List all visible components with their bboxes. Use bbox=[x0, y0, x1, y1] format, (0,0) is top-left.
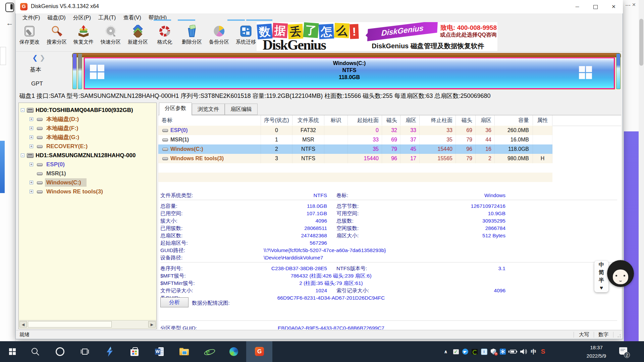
table-row-msr[interactable]: MSR(1) 1 MSR 33 69 37 35 79 44 16.0MB bbox=[158, 135, 552, 144]
tree-item-local-g[interactable]: + 本地磁盘(G:) bbox=[19, 133, 156, 142]
tray-volume-icon[interactable] bbox=[519, 348, 528, 356]
expand-icon[interactable]: + bbox=[30, 135, 33, 139]
tree-item-esp[interactable]: + ESP(0) bbox=[19, 160, 156, 169]
cortana-button[interactable] bbox=[48, 341, 72, 362]
taskbar-app-ie[interactable]: e bbox=[197, 341, 221, 362]
ad-qq-link[interactable]: 或点击此处选择QQ咨询 bbox=[434, 32, 497, 39]
back-arrow-icon[interactable]: ← bbox=[6, 19, 13, 27]
tab-partition-params[interactable]: 分区参数 bbox=[159, 103, 192, 115]
search-partition-button[interactable]: 搜索分区 bbox=[43, 25, 70, 45]
new-partition-button[interactable]: 新建分区 bbox=[124, 25, 152, 45]
save-changes-button[interactable]: 保存更改 bbox=[16, 25, 43, 45]
taskbar-app-word[interactable]: W bbox=[147, 341, 172, 362]
tray-nvidia-icon[interactable] bbox=[471, 348, 478, 356]
tray-snowflake-icon[interactable] bbox=[499, 348, 506, 356]
expand-icon[interactable]: + bbox=[30, 163, 33, 166]
ime-simplified-toggle[interactable]: 简 bbox=[594, 268, 608, 276]
background-close-icon[interactable]: ✕ bbox=[632, 2, 636, 7]
expand-icon[interactable]: + bbox=[30, 190, 33, 193]
tray-ime-indicator[interactable]: 中 bbox=[530, 348, 537, 356]
tree-item-recovery-e[interactable]: + RECOVERY(E:) bbox=[19, 142, 156, 151]
taskbar-app-flash[interactable] bbox=[97, 341, 122, 362]
collapse-icon[interactable]: - bbox=[21, 154, 24, 157]
menu-file[interactable]: 文件(F) bbox=[19, 14, 44, 21]
ime-width-toggle[interactable]: 半 bbox=[594, 276, 608, 284]
system-migration-button[interactable]: 系统迁移 bbox=[232, 25, 260, 45]
col-header-volume[interactable]: 卷标 bbox=[158, 115, 261, 125]
expand-icon[interactable]: + bbox=[30, 126, 33, 130]
disk-next-arrow-icon[interactable]: ❯ bbox=[40, 54, 45, 62]
tree-item-msr[interactable]: MSR(1) bbox=[19, 169, 156, 178]
tray-feishu-icon[interactable] bbox=[462, 348, 469, 356]
delete-partition-button[interactable]: 删除分区 bbox=[178, 25, 206, 45]
col-header-end-sector[interactable]: 扇区 bbox=[476, 115, 495, 125]
task-view-button[interactable] bbox=[72, 341, 97, 362]
col-header-start-sector[interactable]: 扇区 bbox=[400, 115, 420, 125]
expand-icon[interactable]: + bbox=[30, 117, 33, 121]
backup-partition-button[interactable]: 备份分区 bbox=[205, 25, 233, 45]
menu-disk[interactable]: 磁盘(D) bbox=[44, 14, 69, 21]
analyze-button[interactable]: 分析 bbox=[160, 297, 189, 307]
more-menu-icon[interactable]: ⋯ bbox=[625, 2, 631, 8]
resize-grip[interactable] bbox=[618, 334, 621, 338]
table-row-windows-re[interactable]: Windows RE tools(3) 3 NTFS 15440 96 17 1… bbox=[158, 154, 552, 163]
col-header-flag[interactable]: 标识 bbox=[324, 115, 348, 125]
tree-item-windows-c[interactable]: + Windows(C:) bbox=[19, 178, 156, 187]
ime-skin-avatar[interactable] bbox=[607, 260, 634, 287]
expand-icon[interactable]: + bbox=[30, 144, 33, 148]
col-header-filesystem[interactable]: 文件系统 bbox=[292, 115, 324, 125]
format-button[interactable]: 格式化 bbox=[151, 25, 178, 45]
tray-defender-icon[interactable]: ✕ bbox=[490, 348, 497, 356]
quick-partition-button[interactable]: 快速分区 bbox=[97, 25, 124, 45]
collapse-icon[interactable]: - bbox=[21, 108, 24, 112]
menu-tools[interactable]: 工具(T) bbox=[95, 14, 119, 21]
ime-lang-toggle[interactable]: 中 bbox=[594, 261, 608, 268]
col-header-end-head[interactable]: 磁头 bbox=[456, 115, 476, 125]
taskbar-app-store[interactable] bbox=[122, 341, 147, 362]
taskbar-clock[interactable]: 18:37 2022/5/9 bbox=[579, 343, 614, 360]
taskbar-app-edge[interactable] bbox=[221, 341, 246, 362]
partition-sliver-esp[interactable] bbox=[72, 53, 77, 89]
tray-battery-icon[interactable] bbox=[508, 348, 518, 356]
tab-sector-edit[interactable]: 扇区编辑 bbox=[225, 104, 258, 115]
scroll-right-arrow-icon[interactable]: ▶ bbox=[148, 321, 156, 327]
tree-item-hd0[interactable]: - HD0:TOSHIBAMQ04ABF100(932GB) bbox=[19, 106, 156, 115]
table-row-windows-c-selected[interactable]: Windows(C:) 2 NTFS 35 79 45 15440 96 16 … bbox=[158, 144, 552, 154]
disk-prev-arrow-icon[interactable]: ❮ bbox=[32, 54, 38, 62]
tree-item-hd1[interactable]: - HD1:SAMSUNGMZNLN128HAHQ-000 bbox=[19, 151, 156, 160]
col-header-start-cyl[interactable]: 起始柱面 bbox=[348, 115, 382, 125]
scroll-left-arrow-icon[interactable]: ◀ bbox=[19, 321, 27, 327]
taskbar-app-explorer[interactable] bbox=[172, 341, 197, 362]
tree-item-local-f[interactable]: + 本地磁盘(F:) bbox=[19, 124, 156, 133]
table-row-esp[interactable]: ESP(0) 0 FAT32 0 32 33 33 69 36 260.0MB bbox=[158, 126, 552, 135]
tray-sogou-icon[interactable]: S bbox=[539, 348, 547, 356]
scrollbar-thumb[interactable] bbox=[639, 19, 643, 66]
start-button[interactable] bbox=[0, 341, 25, 362]
col-header-capacity[interactable]: 容量 bbox=[495, 115, 533, 125]
tray-chevron-up-icon[interactable]: ∧ bbox=[442, 348, 449, 356]
minimize-button[interactable]: ─ bbox=[568, 0, 586, 13]
menu-partition[interactable]: 分区(P) bbox=[69, 14, 95, 21]
col-header-end-cyl[interactable]: 终止柱面 bbox=[420, 115, 456, 125]
tree-item-local-d[interactable]: + 本地磁盘(D:) bbox=[19, 115, 156, 124]
tray-update-check-icon[interactable]: ✓ bbox=[452, 348, 460, 356]
col-header-start-head[interactable]: 磁头 bbox=[382, 115, 400, 125]
tray-intel-graphics-icon[interactable]: i bbox=[480, 348, 488, 356]
tree-horizontal-scrollbar[interactable]: ◀ ▶ bbox=[19, 320, 156, 328]
partition-sliver-re-tools[interactable] bbox=[616, 53, 621, 89]
ad-banner[interactable]: 数 据 丢 了 怎 么 ! DiskGenius DiskGenius 致电: … bbox=[257, 22, 497, 51]
partition-sliver-msr[interactable] bbox=[78, 53, 82, 89]
tab-browse-files[interactable]: 浏览文件 bbox=[192, 104, 225, 115]
ime-widget[interactable]: 中 简 半 ♥ bbox=[594, 259, 635, 294]
ime-status-pill[interactable]: 中 简 半 ♥ bbox=[594, 261, 608, 292]
col-header-attr[interactable]: 属性 bbox=[533, 115, 552, 125]
maximize-button[interactable] bbox=[586, 0, 604, 13]
ime-favorite-icon[interactable]: ♥ bbox=[594, 284, 608, 292]
tree-item-windows-re[interactable]: + Windows RE tools(3) bbox=[19, 187, 156, 196]
taskbar-app-diskgenius-active[interactable]: G bbox=[246, 341, 272, 362]
scrollbar-thumb[interactable] bbox=[28, 321, 112, 327]
col-header-index[interactable]: 序号(状态) bbox=[261, 115, 292, 125]
taskbar-search-button[interactable] bbox=[23, 341, 48, 362]
menu-view[interactable]: 查看(V) bbox=[119, 14, 145, 21]
expand-icon[interactable]: + bbox=[30, 181, 33, 184]
